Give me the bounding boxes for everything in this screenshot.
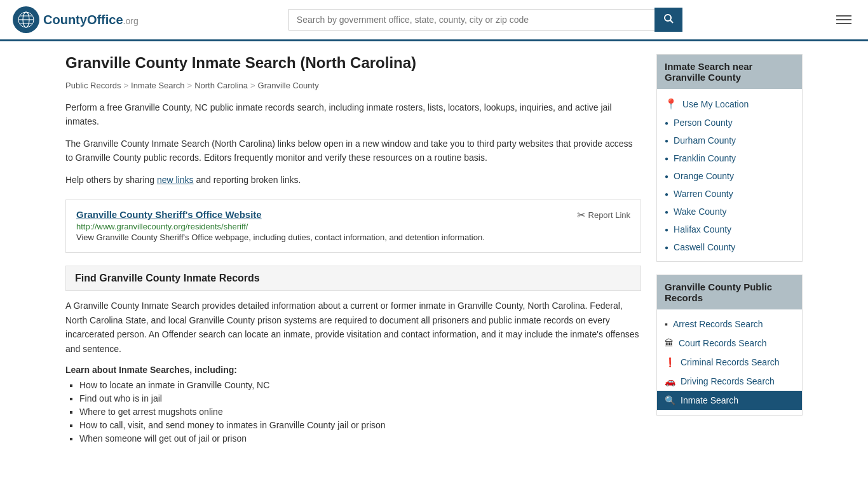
search-button[interactable] [654, 8, 682, 32]
resource-card-header: Granville County Sheriff's Office Websit… [76, 209, 630, 221]
court-records-icon: 🏛 [665, 338, 674, 348]
bullet-item: How to call, visit, and send money to in… [79, 420, 641, 430]
driving-records-icon: 🚗 [665, 376, 675, 386]
menu-line [836, 23, 851, 24]
report-link-label: Report Link [588, 210, 630, 220]
nearby-county-link-6[interactable]: Halifax County [674, 224, 731, 234]
menu-line [836, 15, 851, 17]
nearby-county-item-2[interactable]: ● Franklin County [657, 149, 802, 167]
pr-driving-records[interactable]: 🚗 Driving Records Search [657, 372, 802, 391]
logo-wordmark: CountyOffice.org [43, 13, 139, 27]
dot-icon: ● [665, 119, 668, 126]
dot-icon: ● [665, 191, 668, 198]
svg-point-5 [665, 15, 671, 21]
resource-description: View Granville County Sheriff's Office w… [76, 231, 630, 244]
resource-card: Granville County Sheriff's Office Websit… [65, 200, 641, 254]
inmate-search-link[interactable]: Inmate Search [681, 395, 738, 405]
criminal-records-link[interactable]: Criminal Records Search [681, 357, 780, 367]
public-records-box: Granville County Public Records ▪ Arrest… [656, 274, 803, 416]
pr-criminal-records[interactable]: ❗ Criminal Records Search [657, 353, 802, 372]
use-my-location-item[interactable]: 📍 Use My Location [657, 94, 802, 114]
content-area: Granville County Inmate Search (North Ca… [65, 54, 641, 447]
description-paragraph-1: Perform a free Granville County, NC publ… [65, 100, 641, 129]
search-bar [288, 8, 682, 32]
bullet-list: How to locate an inmate in Granville Cou… [65, 380, 641, 444]
location-pin-icon: 📍 [665, 98, 677, 110]
arrest-records-link[interactable]: Arrest Records Search [673, 319, 763, 329]
nearby-county-item-5[interactable]: ● Wake County [657, 203, 802, 220]
report-link-button[interactable]: ✂ Report Link [577, 209, 630, 221]
nearby-county-link-5[interactable]: Wake County [674, 207, 727, 217]
nearby-inmate-search-box: Inmate Search near Granville County 📍 Us… [656, 54, 803, 262]
inmate-search-icon: 🔍 [665, 395, 675, 405]
nearby-county-link-2[interactable]: Franklin County [674, 153, 736, 163]
dot-icon: ● [665, 226, 668, 233]
breadcrumb-public-records[interactable]: Public Records [65, 81, 121, 90]
nearby-county-link-1[interactable]: Durham County [674, 135, 736, 146]
breadcrumb-sep: > [187, 81, 193, 90]
logo[interactable]: CountyOffice.org [13, 6, 139, 33]
description-3-post: and reporting broken links. [194, 175, 301, 185]
search-input[interactable] [288, 9, 654, 30]
nearby-county-link-7[interactable]: Caswell County [674, 242, 735, 252]
breadcrumb-sep: > [250, 81, 255, 90]
resource-url[interactable]: http://www.granvillecounty.org/residents… [76, 222, 248, 231]
arrest-records-icon: ▪ [665, 319, 668, 329]
dot-icon: ● [665, 155, 668, 162]
nearby-county-link-3[interactable]: Orange County [674, 171, 734, 181]
nearby-county-item-3[interactable]: ● Orange County [657, 167, 802, 185]
nearby-county-link-0[interactable]: Person County [674, 118, 733, 128]
nearby-links: 📍 Use My Location ● Person County ● Durh… [657, 89, 802, 261]
pr-court-records[interactable]: 🏛 Court Records Search [657, 334, 802, 353]
bullet-item: Find out who is in jail [79, 393, 641, 403]
learn-label: Learn about Inmate Searches, including: [65, 365, 641, 375]
nearby-county-item-1[interactable]: ● Durham County [657, 132, 802, 149]
nearby-county-item-7[interactable]: ● Caswell County [657, 238, 802, 256]
breadcrumb: Public Records > Inmate Search > North C… [65, 81, 641, 90]
page-title: Granville County Inmate Search (North Ca… [65, 54, 641, 72]
nearby-county-link-4[interactable]: Warren County [674, 189, 733, 199]
nearby-section-title: Inmate Search near Granville County [657, 55, 802, 89]
main-container: Granville County Inmate Search (North Ca… [53, 41, 815, 459]
new-links-link[interactable]: new links [157, 175, 194, 185]
scissors-icon: ✂ [577, 209, 585, 221]
criminal-records-icon: ❗ [665, 357, 675, 367]
bullet-item: How to locate an inmate in Granville Cou… [79, 380, 641, 390]
dot-icon: ● [665, 173, 668, 180]
dot-icon: ● [665, 137, 668, 144]
logo-icon [13, 6, 39, 33]
sidebar: Inmate Search near Granville County 📍 Us… [656, 54, 803, 447]
nearby-county-item-0[interactable]: ● Person County [657, 114, 802, 132]
dot-icon: ● [665, 244, 668, 251]
description-3-pre: Help others by sharing [65, 175, 157, 185]
public-records-title: Granville County Public Records [657, 275, 802, 309]
find-section-title: Find Granville County Inmate Records [75, 273, 260, 283]
public-records-links: ▪ Arrest Records Search 🏛 Court Records … [657, 309, 802, 415]
breadcrumb-north-carolina[interactable]: North Carolina [194, 81, 248, 90]
breadcrumb-sep: > [123, 81, 128, 90]
bullet-item: Where to get arrest mugshots online [79, 407, 641, 417]
search-icon [663, 13, 674, 24]
svg-line-6 [670, 20, 673, 23]
driving-records-link[interactable]: Driving Records Search [681, 376, 775, 386]
pr-arrest-records[interactable]: ▪ Arrest Records Search [657, 315, 802, 334]
nearby-county-item-6[interactable]: ● Halifax County [657, 220, 802, 238]
breadcrumb-granville-county[interactable]: Granville County [258, 81, 319, 90]
breadcrumb-inmate-search[interactable]: Inmate Search [131, 81, 185, 90]
find-section-box: Find Granville County Inmate Records [65, 266, 641, 291]
nearby-county-item-4[interactable]: ● Warren County [657, 185, 802, 203]
dot-icon: ● [665, 208, 668, 215]
pr-inmate-search-highlighted[interactable]: 🔍 Inmate Search [657, 391, 802, 410]
menu-line [836, 19, 851, 20]
hamburger-menu-button[interactable] [832, 11, 855, 28]
site-header: CountyOffice.org [0, 0, 868, 41]
court-records-link[interactable]: Court Records Search [679, 338, 767, 348]
use-my-location-link[interactable]: Use My Location [682, 99, 749, 109]
bullet-item: When someone will get out of jail or pri… [79, 433, 641, 444]
find-section-body: A Granville County Inmate Search provide… [65, 299, 641, 356]
description-paragraph-2: The Granville County Inmate Search (Nort… [65, 137, 641, 165]
resource-title[interactable]: Granville County Sheriff's Office Websit… [76, 209, 262, 220]
description-paragraph-3: Help others by sharing new links and rep… [65, 173, 641, 187]
